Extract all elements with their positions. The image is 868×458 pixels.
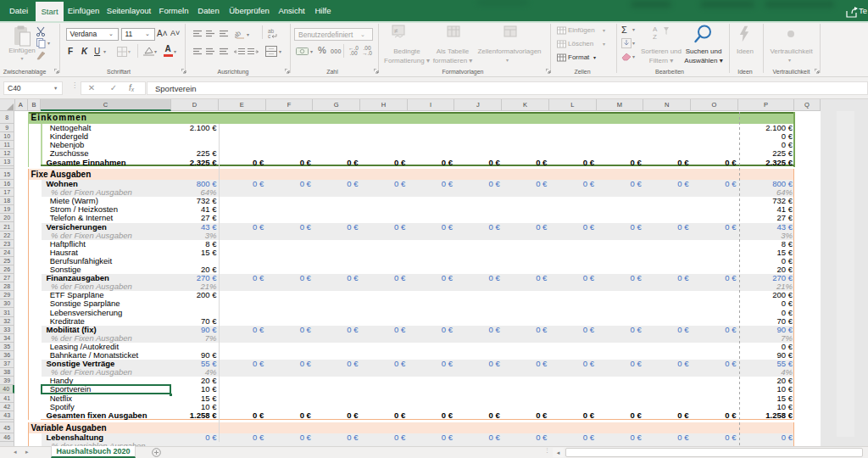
svg-text:A: A [653, 25, 658, 33]
svg-text:Z: Z [653, 33, 657, 40]
svg-text:ab: ab [235, 29, 242, 39]
svg-text:≠: ≠ [394, 27, 398, 35]
svg-text:c: c [268, 33, 271, 39]
